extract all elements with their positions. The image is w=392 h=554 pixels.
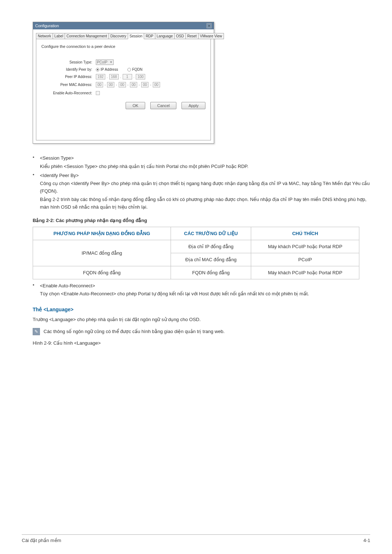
row-auto-reconnect: Enable Auto-Reconnect: [41, 91, 205, 95]
peer-mac-octet-4[interactable]: 00 [130, 82, 137, 87]
row-peer-ip: Peer IP Address: 192. 168. 1. 100 [41, 74, 205, 79]
tab-discovery[interactable]: Discovery [109, 33, 128, 39]
value-auto-reconnect [96, 91, 205, 95]
label-session-type: Session Type: [41, 60, 96, 64]
table-cell: PCoIP [251, 253, 359, 266]
figure-caption: Hình 2-9: Cấu hình <Language> [33, 340, 370, 346]
tab-reset[interactable]: Reset [185, 33, 199, 39]
bullet-icon: • [33, 172, 40, 211]
radio-fqdn-label: FQDN [132, 67, 142, 71]
bullet-title: <Session Type> [40, 155, 370, 162]
row-session-type: Session Type: PCoIP ▼ [41, 59, 205, 65]
ok-button[interactable]: OK [126, 102, 145, 109]
dialog-titlebar: Configuration × [33, 22, 214, 29]
value-identify-peer: IP Address FQDN [96, 67, 205, 71]
panel-description: Configure the connection to a peer devic… [41, 44, 205, 49]
table-cell: IP/MAC đồng đẳng [33, 240, 171, 266]
bullet-desc: Tùy chọn <Enable Auto-Reconnect> cho phé… [40, 290, 370, 298]
bullet-item-session-type: • <Session Type> Kiểu phiên <Session Typ… [33, 155, 370, 171]
radio-dot-icon [127, 68, 131, 71]
radio-fqdn[interactable]: FQDN [127, 67, 142, 71]
peer-mac-octet-2[interactable]: 00 [107, 82, 114, 87]
cancel-button[interactable]: Cancel [150, 102, 176, 109]
dialog-title: Configuration [35, 24, 59, 28]
table-cell: Máy khách PCoIP hoặc Portal RDP [251, 240, 359, 253]
value-session-type: PCoIP ▼ [96, 59, 205, 65]
note-icon: ✎ [33, 328, 40, 335]
bullet-item-auto-reconnect: • <Enable Auto-Reconnect> Tùy chọn <Enab… [33, 282, 370, 298]
dialog-tabs: Network Label Connection Management Disc… [36, 33, 211, 39]
radio-dot-icon [96, 68, 99, 71]
label-auto-reconnect: Enable Auto-Reconnect: [41, 91, 96, 95]
bullet-list-1: • <Session Type> Kiểu phiên <Session Typ… [33, 155, 370, 211]
peer-ip-octet-2[interactable]: 168 [109, 74, 119, 79]
peer-ip-octet-3[interactable]: 1 [123, 74, 132, 79]
tab-network[interactable]: Network [36, 33, 53, 39]
peer-mac-octet-6[interactable]: 00 [153, 82, 160, 87]
bullet-desc: Kiểu phiên <Session Type> cho phép nhà q… [40, 163, 370, 171]
page-footer: Cài đặt phần mềm 4-1 [22, 534, 370, 543]
bullet-item-identify-peer: • <Identify Peer By> Công cụ chọn <Ident… [33, 172, 370, 211]
tab-label[interactable]: Label [53, 33, 65, 39]
row-peer-mac: Peer MAC Address: 00- 00- 00- 00- 00- 00 [41, 82, 205, 87]
table-header-row: PHƯƠNG PHÁP NHẬN DẠNG ĐỒNG ĐẲNG CÁC TRƯỜ… [33, 227, 359, 240]
bullet-title: <Identify Peer By> [40, 172, 370, 180]
row-identify-peer: Identify Peer by: IP Address FQDN [41, 67, 205, 71]
table-cell: FQDN đồng đẳng [171, 266, 251, 279]
tab-rdp[interactable]: RDP [144, 33, 155, 39]
apply-button[interactable]: Apply [181, 102, 205, 109]
table-cell: Địa chỉ MAC đồng đẳng [171, 253, 251, 266]
table-row: FQDN đồng đẳng FQDN đồng đẳng Máy khách … [33, 266, 359, 279]
dialog-body: Network Label Connection Management Disc… [33, 29, 214, 143]
table-header-notes: CHÚ THÍCH [251, 227, 359, 240]
dialog-buttons: OK Cancel Apply [41, 98, 205, 109]
section-paragraph: Trường <Language> cho phép nhà quản trị … [33, 316, 370, 324]
label-peer-ip: Peer IP Address: [41, 75, 96, 79]
peer-mac-octet-3[interactable]: 00 [119, 82, 126, 87]
table-cell: Địa chỉ IP đồng đẳng [171, 240, 251, 253]
peer-ip-octet-1[interactable]: 192 [96, 74, 105, 79]
auto-reconnect-checkbox[interactable] [96, 91, 100, 95]
tab-vmware-view[interactable]: VMware View [198, 33, 224, 39]
close-icon[interactable]: × [207, 23, 212, 28]
table-row: IP/MAC đồng đẳng Địa chỉ IP đồng đẳng Má… [33, 240, 359, 253]
value-peer-mac: 00- 00- 00- 00- 00- 00 [96, 82, 205, 87]
bullet-content: <Identify Peer By> Công cụ chọn <Identif… [40, 172, 370, 211]
tab-connection-management[interactable]: Connection Management [65, 33, 109, 39]
bullet-desc-2: Bảng 2-2 trình bày các thông số nhận dạn… [40, 196, 370, 211]
label-peer-mac: Peer MAC Address: [41, 83, 96, 87]
table-cell: Máy khách PCoIP hoặc Portal RDP [251, 266, 359, 279]
label-identify-peer: Identify Peer by: [41, 67, 96, 71]
bullet-list-2: • <Enable Auto-Reconnect> Tùy chọn <Enab… [33, 282, 370, 298]
radio-ip-address[interactable]: IP Address [96, 67, 118, 71]
peer-methods-table: PHƯƠNG PHÁP NHẬN DẠNG ĐỒNG ĐẲNG CÁC TRƯỜ… [33, 227, 359, 279]
table-cell: FQDN đồng đẳng [33, 266, 171, 279]
table-header-method: PHƯƠNG PHÁP NHẬN DẠNG ĐỒNG ĐẲNG [33, 227, 171, 240]
section-heading-language: Thẻ <Language> [33, 307, 370, 312]
bullet-icon: • [33, 155, 40, 171]
tab-language[interactable]: Language [155, 33, 175, 39]
dialog-panel: Configure the connection to a peer devic… [36, 39, 211, 140]
peer-ip-octet-4[interactable]: 100 [136, 74, 145, 79]
table-header-fields: CÁC TRƯỜNG DỮ LIỆU [171, 227, 251, 240]
tab-osd[interactable]: OSD [174, 33, 186, 39]
bullet-desc: Công cụ chọn <Identify Peer By> cho phép… [40, 180, 370, 195]
peer-mac-octet-5[interactable]: 00 [141, 82, 148, 87]
value-peer-ip: 192. 168. 1. 100 [96, 74, 205, 79]
peer-mac-octet-1[interactable]: 00 [96, 82, 103, 87]
footer-left: Cài đặt phần mềm [22, 538, 61, 543]
bullet-content: <Session Type> Kiểu phiên <Session Type>… [40, 155, 370, 171]
table-caption: Bảng 2-2: Các phương pháp nhận dạng đồng… [33, 218, 370, 223]
bullet-icon: • [33, 282, 40, 298]
chevron-down-icon: ▼ [110, 61, 113, 64]
note-row: ✎ Các thông số ngôn ngữ cũng có thể được… [33, 328, 370, 335]
session-type-value: PCoIP [97, 60, 107, 64]
session-type-select[interactable]: PCoIP ▼ [96, 59, 114, 65]
bullet-content: <Enable Auto-Reconnect> Tùy chọn <Enable… [40, 282, 370, 298]
bullet-title: <Enable Auto-Reconnect> [40, 282, 370, 290]
footer-right: 4-1 [363, 538, 370, 543]
configuration-dialog: Configuration × Network Label Connection… [33, 22, 214, 144]
radio-ip-label: IP Address [101, 67, 118, 71]
note-text: Các thông số ngôn ngữ cũng có thể được c… [44, 329, 225, 334]
tab-session[interactable]: Session [128, 33, 144, 39]
